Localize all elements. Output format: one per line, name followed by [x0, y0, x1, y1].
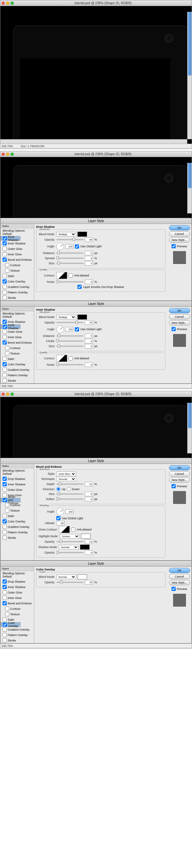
new-style-button[interactable]: New Style...: [169, 320, 190, 326]
style-bevel[interactable]: Bevel and Emboss: [1, 498, 21, 502]
style-stroke[interactable]: Stroke: [1, 378, 34, 383]
noise-input[interactable]: [85, 363, 93, 367]
style-inner-shadow[interactable]: Inner Shadow: [1, 584, 34, 590]
scrollbar-horizontal[interactable]: [0, 139, 187, 144]
blending-options[interactable]: Blending Options: Default: [1, 468, 34, 476]
style-inner-shadow[interactable]: Inner Shadow: [1, 324, 21, 329]
size-slider[interactable]: [56, 345, 84, 347]
close-icon[interactable]: [2, 153, 5, 156]
contour-picker[interactable]: [56, 272, 67, 279]
style-pattern-overlay[interactable]: Pattern Overlay: [1, 632, 34, 638]
close-icon[interactable]: [2, 2, 5, 5]
style-outer-glow[interactable]: Outer Glow: [1, 329, 34, 334]
style-stroke[interactable]: Stroke: [1, 638, 34, 643]
ok-button[interactable]: OK: [169, 568, 190, 573]
preview-checkbox[interactable]: [171, 327, 176, 331]
new-style-button[interactable]: New Style...: [169, 238, 190, 243]
style-texture[interactable]: Texture: [1, 611, 34, 617]
choke-input[interactable]: [85, 339, 93, 343]
close-icon[interactable]: [2, 393, 5, 396]
satin-checkbox[interactable]: [3, 274, 7, 278]
direction-down[interactable]: [67, 487, 71, 491]
angle-dial[interactable]: [56, 508, 64, 516]
style-drop-shadow[interactable]: Drop Shadow: [1, 236, 21, 241]
blend-mode-select[interactable]: Multiply: [56, 232, 76, 237]
size-input[interactable]: [85, 261, 93, 266]
highlight-opacity-slider[interactable]: [56, 541, 84, 542]
anti-alias-checkbox[interactable]: [68, 356, 73, 361]
style-satin[interactable]: Satin: [1, 273, 34, 279]
soften-input[interactable]: [85, 497, 93, 501]
shadow-opacity-input[interactable]: [85, 550, 93, 555]
contour-picker[interactable]: [56, 355, 67, 362]
opacity-input[interactable]: [85, 580, 93, 585]
style-contour[interactable]: Contour: [1, 606, 34, 611]
blending-options[interactable]: Blending Options: Default: [1, 311, 34, 319]
spread-input[interactable]: [85, 256, 93, 260]
minimize-icon[interactable]: [6, 2, 9, 5]
choke-slider[interactable]: [56, 340, 84, 342]
shadow-opacity-slider[interactable]: [56, 552, 84, 553]
style-inner-shadow[interactable]: Inner Shadow: [1, 241, 34, 246]
bevel-checkbox[interactable]: [3, 257, 7, 262]
angle-input[interactable]: [65, 244, 73, 249]
minimize-icon[interactable]: [6, 393, 9, 396]
depth-input[interactable]: [85, 482, 93, 486]
preview-checkbox[interactable]: [171, 484, 176, 488]
style-pattern-overlay[interactable]: Pattern Overlay: [1, 372, 34, 378]
angle-dial[interactable]: [56, 326, 64, 333]
gradient-overlay-checkbox[interactable]: [3, 285, 7, 289]
ok-button[interactable]: OK: [169, 225, 190, 230]
minimize-icon[interactable]: [6, 153, 9, 156]
styles-header[interactable]: Styles: [1, 224, 34, 228]
highlight-mode-select[interactable]: Screen: [60, 534, 80, 538]
distance-slider[interactable]: [56, 335, 84, 337]
noise-slider[interactable]: [56, 364, 84, 365]
shadow-color[interactable]: [77, 231, 87, 237]
style-contour[interactable]: Contour: [1, 502, 34, 508]
distance-input[interactable]: [85, 251, 93, 255]
scrollbar-vertical[interactable]: [187, 163, 192, 213]
opacity-slider[interactable]: [56, 239, 84, 240]
style-pattern-overlay[interactable]: Pattern Overlay: [1, 289, 34, 295]
style-stroke[interactable]: Stroke: [1, 535, 34, 540]
canvas[interactable]: [0, 6, 192, 144]
style-color-overlay[interactable]: Color Overlay: [1, 279, 34, 284]
style-drop-shadow[interactable]: Drop Shadow: [1, 579, 34, 584]
shadow-mode-select[interactable]: Normal: [59, 545, 79, 549]
distance-input[interactable]: [85, 334, 93, 338]
style-bevel[interactable]: Bevel and Emboss: [1, 340, 34, 345]
opacity-input[interactable]: [85, 320, 93, 325]
angle-input[interactable]: [65, 509, 73, 514]
style-satin[interactable]: Satin: [1, 356, 34, 362]
style-gradient-overlay[interactable]: Gradient Overlay: [1, 627, 34, 632]
contour-checkbox[interactable]: [5, 263, 9, 267]
style-inner-glow[interactable]: Inner Glow: [1, 334, 34, 340]
highlight-color[interactable]: [81, 534, 91, 539]
style-gradient-overlay[interactable]: Gradient Overlay: [1, 284, 34, 289]
style-contour[interactable]: Contour: [1, 262, 34, 268]
angle-dial[interactable]: [56, 243, 64, 250]
style-gradient-overlay[interactable]: Gradient Overlay: [1, 367, 34, 372]
global-light-checkbox[interactable]: [75, 327, 79, 332]
zoom-icon[interactable]: [10, 153, 14, 156]
highlight-opacity-input[interactable]: [85, 539, 93, 544]
bevel-style-select[interactable]: Inner Bevel: [56, 472, 76, 476]
new-style-button[interactable]: New Style...: [169, 580, 190, 585]
style-texture[interactable]: Texture: [1, 268, 34, 273]
style-outer-glow[interactable]: Outer Glow: [1, 590, 34, 595]
style-gradient-overlay[interactable]: Gradient Overlay: [1, 524, 34, 529]
blending-options[interactable]: Blending Options: Default: [1, 571, 34, 579]
distance-slider[interactable]: [56, 252, 84, 254]
shadow-color[interactable]: [77, 314, 87, 320]
style-stroke[interactable]: Stroke: [1, 295, 34, 301]
size-input[interactable]: [85, 344, 93, 348]
blend-mode-select[interactable]: Multiply: [56, 315, 76, 319]
anti-alias-checkbox[interactable]: [71, 528, 75, 532]
opacity-input[interactable]: [85, 238, 93, 242]
size-input[interactable]: [85, 492, 93, 496]
style-texture[interactable]: Texture: [1, 351, 34, 356]
style-inner-glow[interactable]: Inner Glow: [1, 251, 34, 257]
scrollbar-vertical[interactable]: [187, 403, 192, 453]
style-color-overlay[interactable]: Color Overlay: [1, 519, 34, 524]
